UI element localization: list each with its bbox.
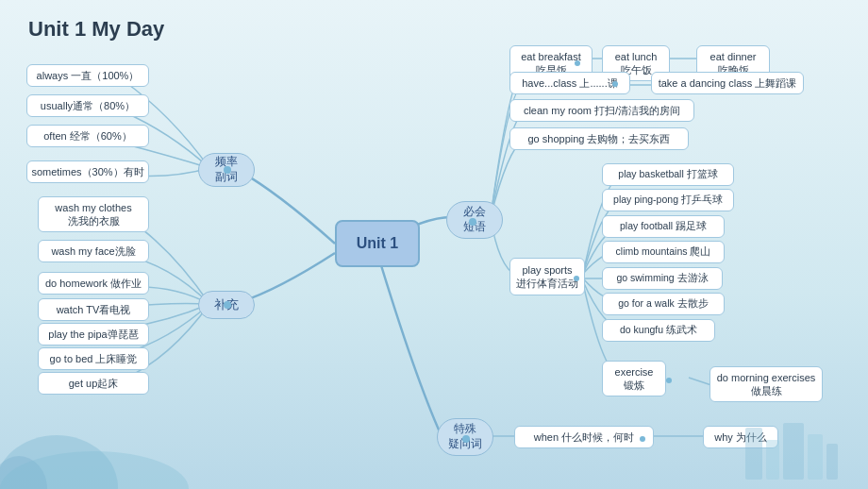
svg-rect-5 bbox=[808, 434, 823, 480]
item-wash-face: wash my face洗脸 bbox=[38, 240, 149, 262]
item-usually: usually通常（80%） bbox=[26, 94, 149, 117]
dot-teshu bbox=[462, 435, 470, 443]
item-sometimes: sometimes（30%）有时 bbox=[26, 160, 149, 183]
item-swimming: go swimming 去游泳 bbox=[602, 267, 723, 290]
item-pipa: play the pipa弹琵琶 bbox=[38, 323, 149, 346]
item-gobed: go to bed 上床睡觉 bbox=[38, 347, 149, 370]
item-football: play football 踢足球 bbox=[602, 215, 725, 238]
svg-rect-2 bbox=[745, 428, 762, 480]
item-pingpong: play ping-pong 打乒乓球 bbox=[602, 189, 734, 211]
center-node: Unit 1 bbox=[335, 220, 420, 267]
dot-haveclass bbox=[612, 81, 618, 87]
dot-bihui bbox=[469, 218, 476, 226]
svg-rect-3 bbox=[766, 440, 779, 480]
item-exercise: exercise锻炼 bbox=[602, 361, 666, 396]
page-title: Unit 1 My Day bbox=[28, 17, 164, 42]
item-watchtv: watch TV看电视 bbox=[38, 298, 149, 321]
item-cleanroom: clean my room 打扫/清洁我的房间 bbox=[509, 99, 694, 122]
item-getup: get up起床 bbox=[38, 372, 149, 395]
item-shopping: go shopping 去购物；去买东西 bbox=[509, 127, 689, 150]
svg-rect-4 bbox=[783, 423, 804, 480]
dot-sports bbox=[574, 276, 579, 281]
dot-pinlv bbox=[224, 166, 231, 174]
item-wash-clothes: wash my clothes洗我的衣服 bbox=[38, 196, 149, 232]
item-kungfu: do kungfu 练武术 bbox=[602, 319, 715, 342]
svg-rect-6 bbox=[826, 444, 838, 480]
item-walk: go for a walk 去散步 bbox=[602, 293, 725, 315]
decorative-hills bbox=[0, 413, 868, 489]
item-basketball: play basketball 打篮球 bbox=[602, 163, 734, 186]
item-mountains: climb mountains 爬山 bbox=[602, 241, 725, 263]
item-always: always 一直（100%） bbox=[26, 64, 149, 87]
item-morning-exercises: do morning exercises做晨练 bbox=[709, 366, 823, 402]
dot-exercise bbox=[666, 378, 672, 383]
dot-buzhong bbox=[224, 301, 231, 309]
item-dancing: take a dancing class 上舞蹈课 bbox=[651, 72, 804, 94]
dot-breakfast bbox=[575, 60, 580, 66]
dot-when bbox=[640, 436, 645, 442]
item-often: often 经常（60%） bbox=[26, 125, 149, 147]
item-homework: do homework 做作业 bbox=[38, 272, 149, 295]
